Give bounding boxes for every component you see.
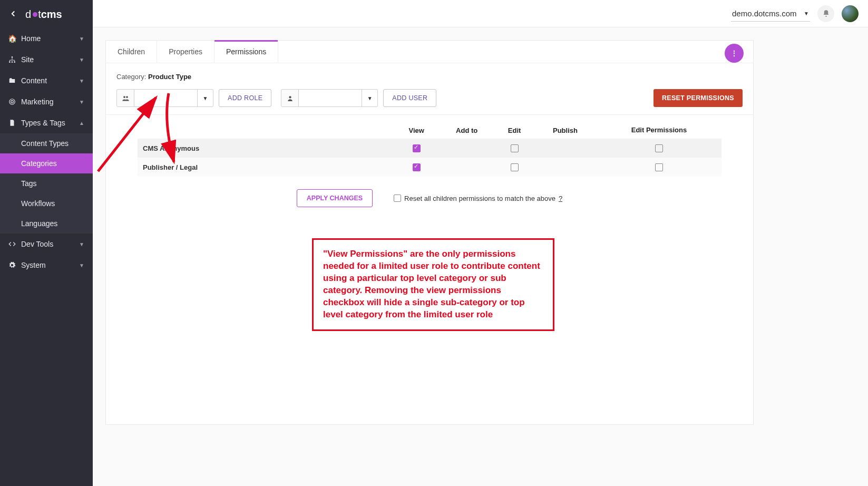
target-icon	[8, 98, 16, 105]
document-icon	[8, 119, 16, 127]
svg-point-5	[11, 101, 14, 103]
table-row: CMS Anonymous	[138, 139, 721, 158]
svg-rect-2	[12, 62, 13, 63]
col-add-to: Add to	[438, 122, 495, 139]
sidebar-item-system[interactable]: System ▼	[0, 255, 93, 276]
sidebar-item-label: System	[21, 261, 46, 269]
chevron-down-icon: ▼	[79, 36, 84, 42]
annotation-callout: "View Permissions" are the only permissi…	[312, 238, 554, 331]
sidebar-item-marketing[interactable]: Marketing ▼	[0, 91, 93, 112]
topbar: demo.dotcms.com ▼	[93, 0, 868, 27]
tab-permissions[interactable]: Permissions	[214, 41, 278, 63]
user-input[interactable]	[299, 89, 362, 107]
logo: dtcms	[25, 8, 62, 21]
add-role-button[interactable]: ADD ROLE	[219, 89, 271, 107]
actions-row: APPLY CHANGES Reset all children permiss…	[106, 189, 753, 207]
category-label: Category:	[116, 73, 146, 81]
row-name: Publisher / Legal	[138, 158, 395, 177]
sidebar-item-label: Content	[21, 76, 47, 85]
col-view: View	[395, 122, 439, 139]
sidebar-header: dtcms	[0, 0, 93, 28]
sidebar-item-label: Marketing	[21, 98, 53, 106]
user-dropdown-caret[interactable]: ▼	[362, 89, 378, 107]
folder-icon	[8, 77, 16, 84]
role-input[interactable]	[134, 89, 198, 107]
tab-properties[interactable]: Properties	[157, 41, 214, 63]
category-value: Product Type	[148, 73, 191, 81]
sidebar-sub-languages[interactable]: Languages	[0, 213, 93, 234]
tab-children[interactable]: Children	[106, 41, 157, 63]
chevron-up-icon: ▲	[79, 120, 84, 126]
sidebar-sub-categories[interactable]: Categories	[0, 153, 93, 173]
chevron-down-icon: ▼	[79, 263, 84, 268]
svg-rect-1	[9, 62, 10, 63]
checkbox-view[interactable]	[413, 163, 421, 171]
notifications-button[interactable]	[817, 5, 834, 22]
reset-children-text: Reset all children permissions to match …	[404, 195, 555, 202]
chevron-down-icon: ▼	[79, 78, 84, 84]
svg-rect-0	[12, 56, 13, 57]
sidebar-item-label: Dev Tools	[21, 240, 53, 248]
sidebar-item-label: Types & Tags	[21, 119, 65, 127]
svg-point-8	[289, 96, 291, 98]
more-vertical-icon: ⋮	[730, 49, 738, 57]
chevron-down-icon: ▼	[79, 57, 84, 63]
permissions-toolbar: ▼ ADD ROLE ▼ ADD USER RESET PERMISSIONS	[106, 85, 753, 115]
sidebar-item-home[interactable]: 🏠Home ▼	[0, 28, 93, 49]
category-label-row: Category: Product Type	[106, 63, 753, 85]
reset-children-label[interactable]: Reset all children permissions to match …	[394, 195, 562, 202]
tabs: Children Properties Permissions ⋮	[106, 41, 753, 63]
logo-dot-icon	[33, 12, 37, 17]
more-actions-button[interactable]: ⋮	[725, 44, 744, 63]
permissions-table: View Add to Edit Publish Edit Permission…	[138, 122, 721, 177]
back-icon[interactable]	[8, 9, 18, 20]
svg-rect-3	[14, 62, 15, 63]
help-icon[interactable]: ?	[559, 195, 562, 202]
chevron-down-icon: ▼	[79, 99, 84, 105]
site-selector-label: demo.dotcms.com	[732, 9, 797, 18]
col-edit: Edit	[495, 122, 534, 139]
sidebar-item-label: Site	[21, 55, 34, 64]
checkbox-edit[interactable]	[511, 144, 519, 152]
role-combo: ▼	[116, 89, 213, 107]
checkbox-edit-perms[interactable]	[655, 144, 663, 152]
apply-changes-button[interactable]: APPLY CHANGES	[297, 189, 373, 207]
sidebar-item-types-tags[interactable]: Types & Tags ▲	[0, 112, 93, 133]
home-icon: 🏠	[8, 34, 16, 43]
sidebar-item-site[interactable]: Site ▼	[0, 49, 93, 70]
bell-icon	[822, 9, 830, 17]
code-icon	[8, 240, 16, 248]
main-panel: Children Properties Permissions ⋮ Catego…	[105, 40, 754, 425]
reset-permissions-button[interactable]: RESET PERMISSIONS	[654, 89, 743, 107]
sidebar-item-dev-tools[interactable]: Dev Tools ▼	[0, 234, 93, 255]
checkbox-edit-perms[interactable]	[655, 163, 663, 171]
svg-point-7	[126, 96, 128, 98]
avatar[interactable]	[842, 5, 859, 22]
checkbox-edit[interactable]	[511, 163, 519, 171]
add-user-button[interactable]: ADD USER	[383, 89, 436, 107]
sidebar-sub-content-types[interactable]: Content Types	[0, 133, 93, 153]
col-edit-permissions: Edit Permissions	[597, 122, 721, 139]
caret-down-icon: ▼	[804, 11, 809, 16]
svg-point-4	[9, 99, 15, 105]
checkbox-view[interactable]	[413, 144, 421, 152]
sitemap-icon	[8, 56, 16, 63]
chevron-down-icon: ▼	[79, 241, 84, 247]
site-selector[interactable]: demo.dotcms.com ▼	[731, 6, 810, 22]
row-name: CMS Anonymous	[138, 139, 395, 158]
sidebar-item-content[interactable]: Content ▼	[0, 70, 93, 91]
sidebar-subitems: Content Types Categories Tags Workflows …	[0, 133, 93, 234]
role-dropdown-caret[interactable]: ▼	[198, 89, 213, 107]
sidebar-sub-tags[interactable]: Tags	[0, 173, 93, 193]
gear-icon	[8, 261, 16, 269]
reset-children-checkbox[interactable]	[394, 195, 401, 202]
sidebar: dtcms 🏠Home ▼ Site ▼ Content ▼ Marketing…	[0, 0, 93, 486]
sidebar-sub-workflows[interactable]: Workflows	[0, 193, 93, 213]
table-row: Publisher / Legal	[138, 158, 721, 177]
group-icon	[116, 89, 134, 107]
sidebar-item-label: Home	[21, 34, 41, 43]
user-combo: ▼	[281, 89, 378, 107]
annotation-text: "View Permissions" are the only permissi…	[323, 249, 540, 319]
col-publish: Publish	[534, 122, 597, 139]
svg-point-6	[123, 96, 125, 98]
